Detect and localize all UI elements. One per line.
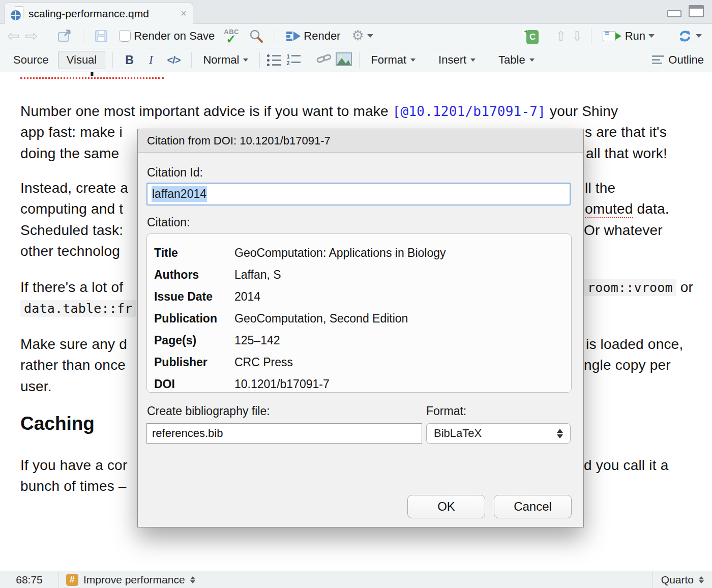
ok-button[interactable]: OK xyxy=(407,495,485,518)
table-menu[interactable]: Table xyxy=(494,51,539,69)
cancel-button[interactable]: Cancel xyxy=(494,495,572,518)
quarto-file-icon xyxy=(11,6,24,21)
field-label: DOI xyxy=(154,377,234,391)
maximize-icon[interactable] xyxy=(689,5,704,17)
render-on-save-checkbox[interactable] xyxy=(119,30,131,42)
doc-line: doing the same xyxy=(20,145,119,162)
divider xyxy=(83,28,83,44)
citation-dialog: Citation from DOI: 10.1201/b17091-7 Cita… xyxy=(137,129,584,527)
cursor-position: 68:75 xyxy=(0,571,59,588)
doc-line: If there's a lot of xyxy=(20,279,123,296)
save-button[interactable] xyxy=(92,27,111,45)
pane-window-controls xyxy=(667,5,704,17)
italic-button[interactable]: I xyxy=(143,52,159,68)
chevron-down-icon xyxy=(410,58,416,62)
source-mode-button[interactable]: Source xyxy=(8,51,54,69)
run-previous-chunks-icon[interactable]: ⇧ xyxy=(555,30,567,43)
insert-chunk-button[interactable]: + C xyxy=(522,28,539,44)
divider xyxy=(191,52,192,68)
field-label: Page(s) xyxy=(154,334,234,347)
citation-field-row: TitleGeoComputation: Applications in Bio… xyxy=(154,242,564,264)
format-menu[interactable]: Format xyxy=(367,51,420,69)
heading-hash-icon: # xyxy=(66,574,78,586)
field-value: 125–142 xyxy=(234,334,280,347)
doc-line: data.table::fr xyxy=(20,300,136,316)
run-label: Run xyxy=(625,30,645,43)
misspelled-word: omuted xyxy=(585,201,633,218)
field-label: Issue Date xyxy=(154,290,234,304)
language-mode-value: Quarto xyxy=(661,574,694,586)
divider xyxy=(591,28,591,44)
run-next-chunk-icon[interactable]: ⇩ xyxy=(572,30,583,43)
doc-line: Number one most important advice is if y… xyxy=(20,103,618,120)
bibliography-file-input[interactable] xyxy=(146,423,422,444)
selector-arrows-icon xyxy=(699,576,704,583)
source-refresh-button[interactable] xyxy=(674,27,705,45)
chevron-down-icon xyxy=(696,34,702,38)
citation-token[interactable]: [@10.1201/b17091-7] xyxy=(393,104,546,119)
dialog-title: Citation from DOI: 10.1201/b17091-7 xyxy=(138,129,583,153)
outline-icon xyxy=(652,55,664,65)
render-label: Render xyxy=(304,30,340,43)
field-label: Publisher xyxy=(154,356,234,369)
bibliography-label: Create bibliography file: xyxy=(147,404,270,418)
render-button[interactable]: Render xyxy=(283,27,343,45)
citation-label: Citation: xyxy=(147,216,190,229)
popout-button[interactable] xyxy=(54,27,75,45)
bulleted-list-button[interactable] xyxy=(267,54,282,66)
doc-line: bunch of times – xyxy=(20,478,127,494)
outline-toggle[interactable]: Outline xyxy=(652,53,704,67)
visual-mode-button[interactable]: Visual xyxy=(58,51,106,69)
doc-line: Make sure any d xyxy=(20,336,127,352)
spellcheck-button[interactable]: ABC ✓ xyxy=(223,28,241,44)
back-icon[interactable]: ⇦ xyxy=(7,28,20,44)
doc-line: computing and t xyxy=(20,201,123,217)
doc-line: other technolog xyxy=(20,243,120,259)
chevron-down-icon xyxy=(243,58,248,62)
doc-line: is loaded once, xyxy=(586,336,683,352)
field-label: Authors xyxy=(154,268,234,282)
divider xyxy=(259,52,260,68)
close-icon[interactable]: × xyxy=(181,8,187,19)
format-menu-label: Format xyxy=(371,53,406,67)
divider xyxy=(666,28,666,44)
select-arrows-icon xyxy=(557,429,563,438)
divider xyxy=(275,28,275,44)
main-toolbar: ⇦ ⇨ Render on Save ABC ✓ Render ⚙ xyxy=(0,24,712,48)
bibliography-format-select[interactable]: BibLaTeX xyxy=(426,423,571,444)
doc-line: user. xyxy=(20,378,52,395)
inline-code: data.table::fr xyxy=(20,300,136,317)
forward-icon[interactable]: ⇨ xyxy=(25,28,38,44)
paragraph-style-dropdown[interactable]: Normal xyxy=(199,51,252,69)
table-menu-label: Table xyxy=(498,53,525,67)
selector-arrows-icon xyxy=(190,576,195,583)
inline-code: room::vroom xyxy=(584,279,676,296)
find-button[interactable] xyxy=(246,27,266,45)
chevron-down-icon xyxy=(367,34,373,38)
numbered-list-button[interactable]: 1 2 xyxy=(286,54,302,66)
link-button[interactable] xyxy=(316,52,332,68)
section-navigator[interactable]: # Improve performance xyxy=(59,571,202,588)
image-button[interactable] xyxy=(336,52,352,68)
render-options-button[interactable]: ⚙ xyxy=(348,27,376,45)
field-value: Laffan, S xyxy=(234,268,281,282)
tab-bar: scaling-performance.qmd × xyxy=(0,0,712,24)
bold-button[interactable]: B xyxy=(120,52,139,68)
divider xyxy=(487,52,487,68)
doc-line: s are that it's xyxy=(585,124,667,140)
doc-line: all that work! xyxy=(586,145,667,162)
language-mode-selector[interactable]: Quarto xyxy=(652,571,712,588)
render-on-save-toggle[interactable]: Render on Save xyxy=(116,27,218,45)
code-format-button[interactable]: </> xyxy=(163,53,185,67)
spellcheck-check-icon: ✓ xyxy=(226,32,236,46)
link-icon xyxy=(316,52,332,66)
field-label: Publication xyxy=(154,312,234,326)
insert-menu[interactable]: Insert xyxy=(434,51,480,69)
file-tab[interactable]: scaling-performance.qmd × xyxy=(4,3,193,24)
minimize-icon[interactable] xyxy=(667,10,681,17)
run-button[interactable]: Run xyxy=(600,27,658,45)
citation-id-value: laffan2014 xyxy=(152,186,207,202)
citation-id-input[interactable]: laffan2014 xyxy=(146,183,571,205)
citation-field-row: DOI10.1201/b17091-7 xyxy=(154,373,564,395)
doc-line: omuted data. xyxy=(585,201,669,217)
